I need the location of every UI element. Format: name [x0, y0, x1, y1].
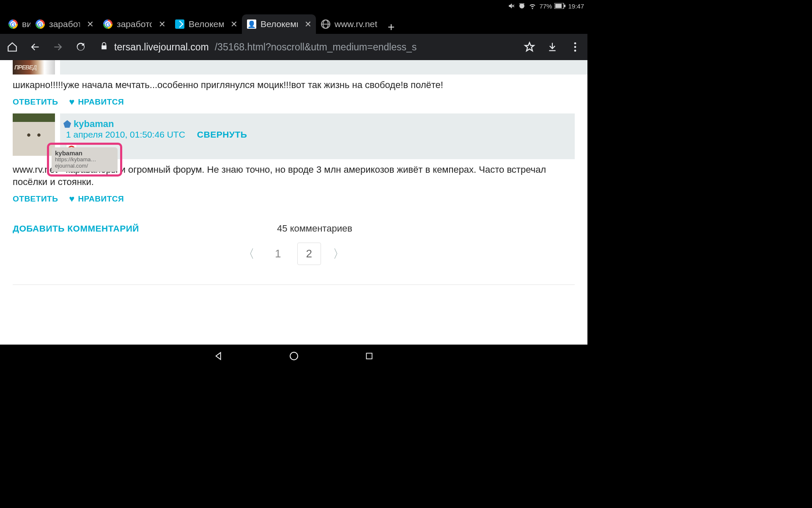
close-icon[interactable]: ✕: [228, 19, 238, 29]
page-1[interactable]: 1: [266, 243, 289, 265]
like-button[interactable]: НРАВИТСЯ: [78, 194, 124, 204]
download-icon[interactable]: [546, 41, 559, 53]
mute-icon: [508, 2, 516, 10]
avatar: ПРЕВЕД: [13, 60, 55, 75]
tab-1[interactable]: G заработок ви ✕: [30, 14, 98, 34]
comment-header: kybaman 1 апреля 2010, 01:50:46 UTC СВЕР…: [60, 113, 575, 159]
google-icon: G: [103, 19, 112, 29]
close-icon[interactable]: ✕: [156, 19, 166, 29]
comments-footer: ДОБАВИТЬ КОММЕНТАРИЙ 45 комментариев: [0, 210, 587, 238]
browser-tabs: G вид G заработок ви ✕ G заработок бл ✕ …: [0, 12, 587, 34]
android-navbar: [0, 345, 587, 367]
heart-icon[interactable]: ♥: [69, 193, 74, 204]
tab-4-active[interactable]: 👤 Велокемпер ✕: [242, 14, 316, 34]
lock-icon: [100, 41, 108, 53]
comment-body: шикарно!!!!!уже начала мечтать...особенн…: [0, 75, 587, 94]
svg-point-6: [290, 352, 298, 360]
page-2-current[interactable]: 2: [297, 243, 321, 265]
comment-count: 45 комментариев: [277, 223, 352, 234]
svg-rect-7: [366, 353, 372, 359]
comment-header: [60, 60, 587, 75]
prev-page-icon[interactable]: 〈: [239, 243, 259, 265]
comment-actions: ОТВЕТИТЬ ♥ НРАВИТСЯ: [0, 94, 587, 113]
collapse-button[interactable]: СВЕРНУТЬ: [197, 130, 247, 140]
back-icon[interactable]: [29, 41, 41, 53]
url-path: /35168.html?noscroll&utm_medium=endless_…: [215, 41, 417, 53]
tooltip-url: https://kybama…ejournal.com/: [55, 157, 114, 169]
clock: 19:47: [568, 3, 584, 10]
reply-button[interactable]: ОТВЕТИТЬ: [13, 194, 58, 204]
next-page-icon[interactable]: 〉: [329, 243, 349, 265]
heart-icon[interactable]: ♥: [69, 97, 74, 108]
home-icon[interactable]: [6, 41, 19, 53]
android-status-bar: 77% 19:47: [0, 0, 587, 12]
battery-icon: [554, 3, 565, 9]
svg-point-4: [574, 46, 576, 48]
battery-percent: 77%: [539, 3, 552, 10]
nav-home-icon[interactable]: [288, 350, 300, 362]
tab-0[interactable]: G вид: [3, 14, 30, 34]
lj-user-icon: [63, 120, 71, 128]
username-link[interactable]: kybaman: [63, 119, 114, 130]
star-icon[interactable]: [523, 41, 536, 53]
reply-button[interactable]: ОТВЕТИТЬ: [13, 97, 58, 107]
new-tab-button[interactable]: +: [381, 20, 401, 34]
svg-rect-1: [555, 4, 562, 8]
avatar-icon: 👤: [247, 19, 256, 29]
tab-2[interactable]: G заработок бл ✕: [98, 14, 170, 34]
svg-rect-2: [564, 5, 565, 7]
url-bar[interactable]: tersan.livejournal.com/35168.html?noscro…: [97, 41, 513, 53]
tooltip-title: kybaman: [55, 149, 114, 157]
menu-icon[interactable]: [569, 41, 582, 53]
lj-icon: [175, 19, 184, 29]
url-host: tersan.livejournal.com: [114, 41, 209, 53]
close-icon[interactable]: ✕: [84, 19, 94, 29]
alarm-icon: [518, 2, 526, 10]
page-content: ПРЕВЕД шикарно!!!!!уже начала мечтать...…: [0, 60, 587, 345]
timestamp[interactable]: 1 апреля 2010, 01:50:46 UTC: [66, 130, 185, 140]
divider: [13, 284, 575, 285]
add-comment-button[interactable]: ДОБАВИТЬ КОММЕНТАРИЙ: [13, 224, 139, 234]
pager: 〈 1 2 〉: [0, 238, 587, 278]
link-preview-tooltip: kybaman https://kybama…ejournal.com/: [47, 143, 122, 177]
globe-icon: [321, 19, 330, 29]
google-icon: G: [36, 19, 45, 29]
prev-comment-partial: ПРЕВЕД: [0, 60, 587, 75]
comment-actions: ОТВЕТИТЬ ♥ НРАВИТСЯ: [0, 191, 587, 210]
svg-point-3: [574, 42, 576, 44]
svg-point-5: [574, 50, 576, 52]
close-icon[interactable]: ✕: [302, 19, 312, 29]
google-icon: G: [8, 19, 18, 29]
like-button[interactable]: НРАВИТСЯ: [78, 97, 124, 107]
tab-5[interactable]: www.rv.net: [316, 14, 381, 34]
forward-icon[interactable]: [52, 41, 64, 53]
refresh-icon[interactable]: [74, 41, 87, 53]
nav-back-icon[interactable]: [213, 350, 225, 362]
browser-toolbar: tersan.livejournal.com/35168.html?noscro…: [0, 34, 587, 60]
nav-recent-icon[interactable]: [363, 350, 375, 362]
wifi-icon: [528, 2, 537, 10]
tab-3[interactable]: Велокемпер ✕: [170, 14, 242, 34]
